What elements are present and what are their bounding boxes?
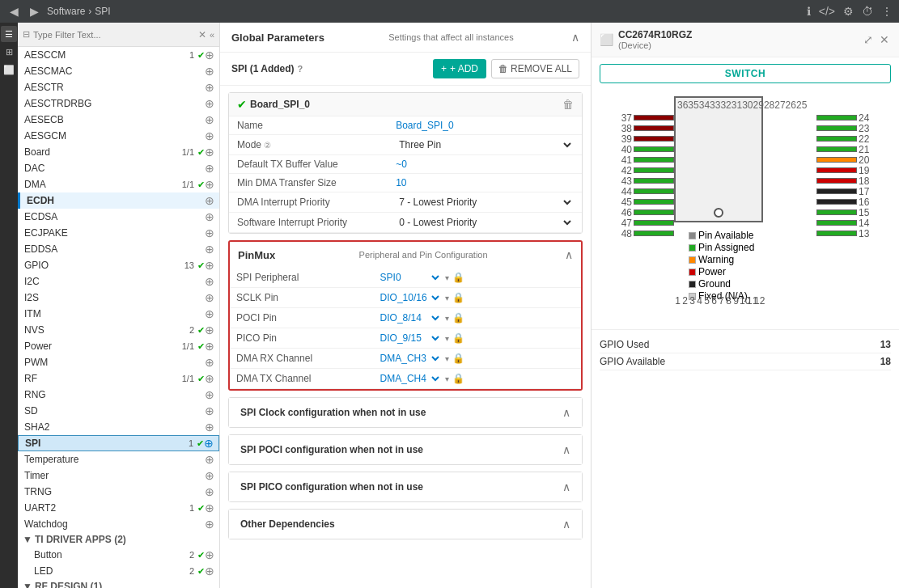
add-icon[interactable]: ⊕ (205, 565, 214, 577)
list-item-ecdh[interactable]: ECDH ⊕ (18, 192, 219, 209)
add-icon[interactable]: ⊕ (204, 437, 214, 450)
global-params-collapse-button[interactable]: ∧ (571, 31, 579, 44)
software-interrupt-priority-select[interactable]: 0 - Lowest Priority 1 (396, 216, 574, 229)
list-item[interactable]: SHA2 ⊕ (18, 419, 219, 435)
add-icon[interactable]: ⊕ (205, 421, 214, 434)
lock-icon[interactable]: 🔒 (452, 332, 464, 344)
list-item[interactable]: AESGCM ⊕ (18, 128, 219, 144)
dma-interrupt-priority-select[interactable]: 7 - Lowest Priority 6 5 (396, 196, 574, 209)
poci-config-collapse-button[interactable]: ∧ (562, 443, 570, 456)
min-dma-value[interactable]: 10 (396, 177, 406, 188)
pico-pin-select[interactable]: DIO_9/15 (377, 332, 442, 345)
close-button[interactable]: ✕ (878, 32, 891, 48)
add-icon[interactable]: ⊕ (205, 324, 214, 336)
code-icon[interactable]: </> (819, 5, 835, 18)
list-item[interactable]: AESCCM 1 ✔ ⊕ (18, 47, 219, 63)
list-item[interactable]: Watchdog ⊕ (18, 516, 219, 532)
add-icon[interactable]: ⊕ (205, 340, 214, 353)
add-icon[interactable]: ⊕ (205, 226, 214, 239)
mode-select[interactable]: Three Pin Four Pin CS Active Low Four Pi… (396, 138, 574, 151)
list-item[interactable]: LED 2 ✔ ⊕ (18, 563, 219, 579)
more-icon[interactable]: ⋮ (881, 5, 893, 18)
back-button[interactable]: ◀ (6, 3, 22, 19)
clock-config-header[interactable]: SPI Clock configuration when not in use … (229, 398, 582, 427)
history-icon[interactable]: ⏱ (862, 5, 873, 18)
pinmux-collapse-button[interactable]: ∧ (565, 248, 573, 261)
list-item[interactable]: UART2 1 ✔ ⊕ (18, 500, 219, 516)
add-icon[interactable]: ⊕ (205, 259, 214, 272)
list-item[interactable]: DMA 1/1 ✔ ⊕ (18, 176, 219, 192)
list-item[interactable]: Power 1/1 ✔ ⊕ (18, 338, 219, 354)
list-item[interactable]: Board 1/1 ✔ ⊕ (18, 144, 219, 160)
add-icon[interactable]: ⊕ (205, 404, 214, 417)
add-icon[interactable]: ⊕ (205, 275, 214, 288)
help-icon[interactable]: ? (298, 64, 303, 74)
dma-tx-select[interactable]: DMA_CH4 (377, 372, 442, 385)
add-icon[interactable]: ⊕ (205, 113, 214, 126)
add-icon[interactable]: ⊕ (205, 372, 214, 385)
group-rf-design[interactable]: ▼ RF DESIGN (1) (18, 579, 219, 588)
list-item[interactable]: ITM ⊕ (18, 306, 219, 322)
list-item[interactable]: AESCTR ⊕ (18, 79, 219, 95)
pico-config-header[interactable]: SPI PICO configuration when not in use ∧ (229, 472, 582, 501)
list-item[interactable]: AESECB ⊕ (18, 112, 219, 128)
list-item[interactable]: SD ⊕ (18, 403, 219, 419)
add-icon[interactable]: ⊕ (205, 356, 214, 369)
name-value[interactable]: Board_SPI_0 (396, 120, 453, 131)
add-icon[interactable]: ⊕ (205, 97, 214, 110)
remove-all-button[interactable]: 🗑 REMOVE ALL (491, 59, 579, 78)
sidebar-icon-chip[interactable]: ⬜ (1, 61, 17, 78)
add-icon[interactable]: ⊕ (205, 162, 214, 175)
other-deps-collapse-button[interactable]: ∧ (562, 518, 570, 531)
list-item[interactable]: RNG ⊕ (18, 387, 219, 403)
list-item[interactable]: Temperature ⊕ (18, 451, 219, 467)
filter-clear-button[interactable]: ✕ (198, 29, 206, 40)
spi-peripheral-select[interactable]: SPI0 (377, 271, 442, 284)
list-item[interactable]: TRNG ⊕ (18, 484, 219, 500)
add-icon[interactable]: ⊕ (205, 243, 214, 256)
list-item-spi[interactable]: SPI 1 ✔ ⊕ (18, 435, 219, 451)
delete-instance-button[interactable]: 🗑 (562, 98, 574, 111)
list-item[interactable]: RF 1/1 ✔ ⊕ (18, 370, 219, 387)
list-item[interactable]: GPIO 13 ✔ ⊕ (18, 257, 219, 273)
dma-rx-select[interactable]: DMA_CH3 (377, 352, 442, 365)
poci-pin-select[interactable]: DIO_8/14 (377, 311, 442, 324)
add-icon[interactable]: ⊕ (205, 65, 214, 78)
add-icon[interactable]: ⊕ (205, 548, 214, 561)
add-icon[interactable]: ⊕ (205, 146, 214, 159)
group-ti-driver-apps[interactable]: ▼ TI DRIVER APPS (2) (18, 532, 219, 547)
pico-config-collapse-button[interactable]: ∧ (562, 480, 570, 493)
switch-button[interactable]: SWITCH (600, 64, 891, 83)
sidebar-icon-list[interactable]: ☰ (1, 26, 17, 42)
sidebar-icon-grid[interactable]: ⊞ (1, 44, 17, 60)
lock-icon[interactable]: 🔒 (452, 292, 464, 303)
add-spi-button[interactable]: + + ADD (433, 59, 486, 78)
add-icon[interactable]: ⊕ (205, 469, 214, 482)
sclk-pin-select[interactable]: DIO_10/16 (377, 291, 442, 304)
filter-input[interactable] (33, 30, 195, 40)
add-icon[interactable]: ⊕ (205, 81, 214, 94)
list-item[interactable]: DAC ⊕ (18, 160, 219, 176)
list-item[interactable]: I2C ⊕ (18, 273, 219, 290)
forward-button[interactable]: ▶ (27, 3, 42, 19)
add-icon[interactable]: ⊕ (205, 485, 214, 498)
lock-icon[interactable]: 🔒 (452, 373, 464, 384)
add-icon[interactable]: ⊕ (205, 178, 214, 191)
add-icon[interactable]: ⊕ (205, 129, 214, 142)
lock-icon[interactable]: 🔒 (452, 353, 464, 364)
list-item[interactable]: Timer ⊕ (18, 467, 219, 484)
lock-icon[interactable]: 🔒 (452, 272, 464, 283)
clock-config-collapse-button[interactable]: ∧ (562, 406, 570, 419)
add-icon[interactable]: ⊕ (205, 210, 214, 223)
add-icon[interactable]: ⊕ (205, 388, 214, 401)
add-icon[interactable]: ⊕ (205, 194, 214, 207)
list-item[interactable]: AESCTRDRBG ⊕ (18, 95, 219, 112)
list-item[interactable]: EDDSA ⊕ (18, 241, 219, 257)
expand-button[interactable]: ⤢ (862, 32, 875, 48)
add-icon[interactable]: ⊕ (205, 501, 214, 514)
list-item[interactable]: Button 2 ✔ ⊕ (18, 547, 219, 563)
add-icon[interactable]: ⊕ (205, 49, 214, 61)
list-item[interactable]: ECJPAKE ⊕ (18, 225, 219, 241)
add-icon[interactable]: ⊕ (205, 518, 214, 531)
collapse-panel-button[interactable]: « (210, 30, 214, 40)
